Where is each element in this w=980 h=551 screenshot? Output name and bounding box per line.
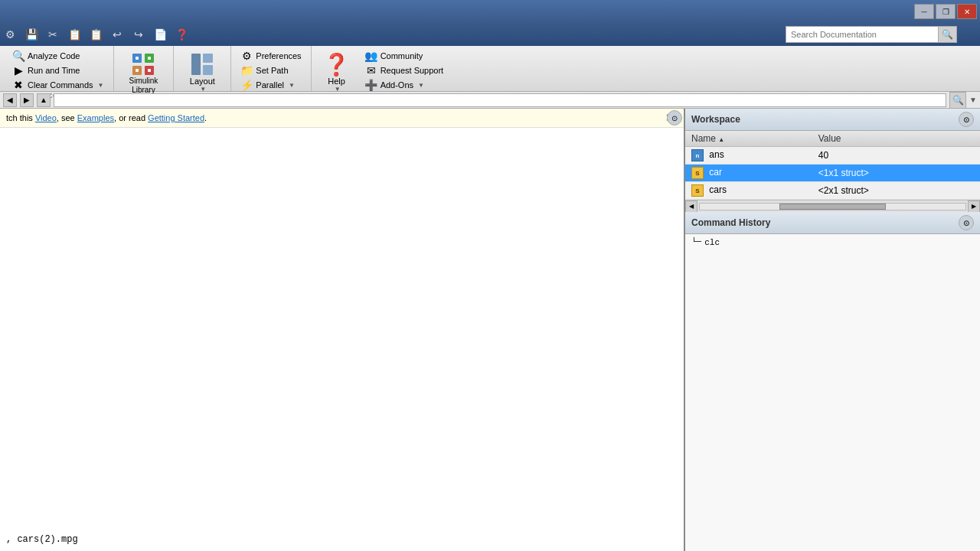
search-documentation-input[interactable] [786, 26, 939, 43]
qa-gear-icon[interactable]: ⚙ [0, 25, 20, 44]
svg-rect-4 [136, 57, 139, 60]
simulink-icon [131, 52, 155, 77]
run-and-time-button[interactable]: ▶ Run and Time [9, 64, 107, 77]
table-row[interactable]: S cars <2x1 struct> [685, 182, 980, 200]
main-area: ⊙ tch this Video, see Examples, or read … [0, 109, 980, 551]
path-up-button[interactable]: ▲ [37, 93, 51, 107]
preferences-label: Preferences [256, 51, 301, 60]
help-dropdown-icon: ▼ [335, 86, 341, 93]
add-ons-label: Add-Ons [381, 80, 413, 90]
svg-rect-7 [148, 69, 151, 72]
parallel-button[interactable]: ⚡ Parallel ▼ [237, 78, 304, 92]
preferences-icon: ⚙ [240, 50, 253, 62]
quick-access-toolbar: ⚙ 💾 ✂ 📋 📋 ↩ ↪ 📄 ❓ 🔍 [0, 23, 980, 46]
video-link[interactable]: Video [35, 113, 57, 122]
examples-link[interactable]: Examples [77, 113, 114, 122]
var-name-cars: cars [709, 184, 727, 195]
code-buttons: 🔍 Analyze Code ▶ Run and Time ✖ Clear Co… [9, 49, 107, 92]
request-support-icon: ✉ [365, 64, 377, 77]
hscroll-left-button[interactable]: ◀ [685, 201, 697, 213]
resources-section: ❓ Help ▼ 👥 Community ✉ Request Support ➕… [312, 46, 453, 91]
workspace-table-container: Name Value n ans 40 [685, 131, 980, 200]
simulink-library-button[interactable]: SimulinkLibrary [123, 49, 165, 98]
help-icon: ❓ [325, 52, 349, 77]
parallel-dropdown-icon: ▼ [289, 82, 295, 89]
qa-undo-icon[interactable]: ↩ [107, 25, 127, 44]
restore-button[interactable]: ❐ [936, 4, 956, 19]
path-input[interactable] [54, 93, 946, 107]
workspace-value-column-header[interactable]: Value [812, 131, 980, 147]
preferences-button[interactable]: ⚙ Preferences [237, 49, 304, 63]
parallel-label: Parallel [256, 80, 284, 90]
name-column-label: Name [691, 133, 716, 144]
var-name-cell: S cars [685, 182, 812, 200]
request-support-button[interactable]: ✉ Request Support [362, 64, 447, 77]
layout-dropdown-icon: ▼ [200, 86, 206, 93]
parallel-icon: ⚡ [240, 79, 253, 91]
analyze-code-button[interactable]: 🔍 Analyze Code [9, 49, 107, 63]
add-ons-button[interactable]: ➕ Add-Ons ▼ [362, 78, 447, 92]
search-documentation-button[interactable]: 🔍 [939, 26, 957, 43]
list-item: └─ clc [691, 237, 974, 248]
panel-controls: ⊙ [667, 110, 682, 126]
svg-rect-10 [203, 65, 213, 75]
var-value-cell: <1x1 struct> [812, 165, 980, 182]
svg-rect-6 [136, 69, 139, 72]
command-window: ⊙ tch this Video, see Examples, or read … [0, 109, 685, 551]
table-row[interactable]: S car <1x1 struct> [685, 165, 980, 182]
path-back-button[interactable]: ◀ [3, 93, 17, 107]
set-path-button[interactable]: 📁 Set Path [237, 64, 304, 77]
table-row[interactable]: n ans 40 [685, 147, 980, 165]
set-path-label: Set Path [256, 66, 288, 75]
workspace-name-column-header[interactable]: Name [685, 131, 812, 147]
help-label: Help [328, 77, 345, 86]
qa-copy-icon[interactable]: 📋 [64, 25, 84, 44]
path-bar: ◀ ▶ ▲ 🔍 ▼ [0, 92, 980, 109]
value-column-label: Value [818, 133, 841, 144]
var-name-cell: S car [685, 165, 812, 182]
clear-commands-button[interactable]: ✖ Clear Commands ▼ [9, 78, 107, 92]
analyze-code-label: Analyze Code [28, 51, 80, 60]
history-command[interactable]: clc [704, 237, 720, 248]
request-support-label: Request Support [381, 66, 444, 75]
community-button[interactable]: 👥 Community [362, 49, 447, 63]
history-header-icons: ⊙ [959, 215, 974, 230]
minimize-button[interactable]: ─ [914, 4, 934, 19]
community-label: Community [381, 51, 423, 60]
workspace-collapse-button[interactable]: ⊙ [959, 112, 974, 127]
command-line: , cars(2).mpg [6, 534, 78, 545]
hscroll-track[interactable] [699, 203, 966, 210]
var-name-ans: ans [709, 149, 724, 160]
qa-paste-icon[interactable]: 📋 [86, 25, 106, 44]
layout-label: Layout [190, 77, 215, 86]
code-section: 🔍 Analyze Code ▶ Run and Time ✖ Clear Co… [3, 46, 114, 91]
run-and-time-label: Run and Time [28, 66, 80, 75]
qa-cut-icon[interactable]: ✂ [43, 25, 63, 44]
info-text: tch this Video, see Examples, or read Ge… [6, 113, 207, 122]
collapse-panel-button[interactable]: ⊙ [667, 110, 682, 126]
qa-save-icon[interactable]: 💾 [21, 25, 41, 44]
getting-started-link[interactable]: Getting Started [148, 113, 204, 122]
help-button[interactable]: ❓ Help ▼ [318, 49, 356, 96]
layout-button[interactable]: Layout ▼ [183, 49, 221, 96]
clear-commands-label: Clear Commands [28, 80, 93, 90]
close-button[interactable]: ✕ [957, 4, 977, 19]
path-forward-button[interactable]: ▶ [20, 93, 34, 107]
history-collapse-button[interactable]: ⊙ [959, 215, 974, 230]
qa-print-icon[interactable]: 📄 [150, 25, 170, 44]
history-connector: └─ [691, 237, 701, 246]
hscroll-right-button[interactable]: ▶ [968, 201, 980, 213]
workspace-hscroll: ◀ ▶ [685, 200, 980, 212]
community-icon: 👥 [365, 50, 377, 62]
path-dropdown-btn[interactable]: ▼ [969, 96, 977, 104]
path-search-button[interactable]: 🔍 [949, 92, 966, 109]
hscroll-thumb[interactable] [779, 204, 886, 210]
command-content-area[interactable]: , cars(2).mpg [0, 128, 684, 551]
qa-help-icon[interactable]: ❓ [172, 25, 191, 44]
var-name-cell: n ans [685, 147, 812, 165]
command-history-header: Command History ⊙ [685, 212, 980, 234]
workspace-table: Name Value n ans 40 [685, 131, 980, 200]
environment-section: ⚙ Preferences 📁 Set Path ⚡ Parallel ▼ EN… [231, 46, 311, 91]
qa-redo-icon[interactable]: ↪ [129, 25, 149, 44]
search-icon: 🔍 [942, 29, 953, 40]
